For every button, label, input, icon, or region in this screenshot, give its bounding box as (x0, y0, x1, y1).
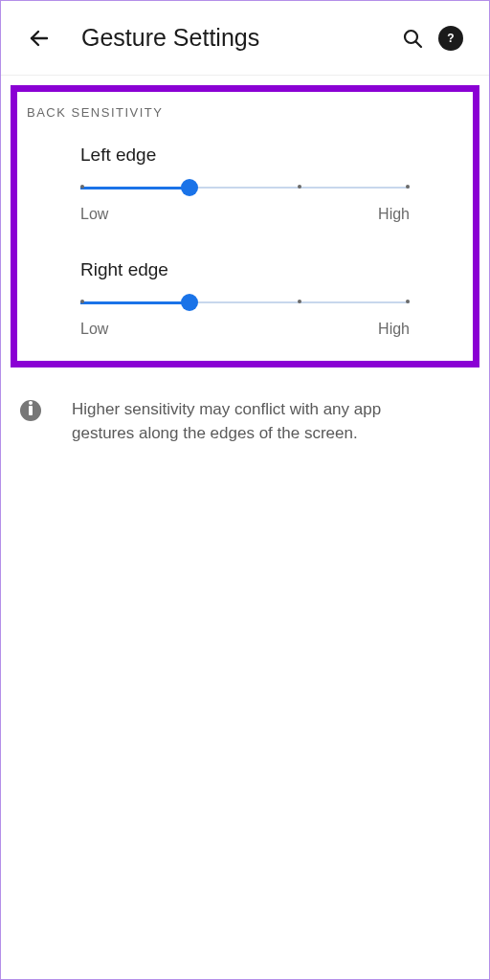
info-icon (20, 400, 41, 421)
right-edge-slider[interactable] (80, 294, 410, 311)
section-label: BACK SENSITIVITY (27, 105, 463, 120)
search-icon (401, 27, 424, 50)
svg-text:?: ? (447, 32, 454, 45)
sensitivity-note-text: Higher sensitivity may conflict with any… (72, 398, 470, 445)
right-edge-range-labels: Low High (80, 321, 410, 338)
page-title: Gesture Settings (81, 24, 393, 52)
right-edge-label: Right edge (80, 259, 410, 280)
right-edge-low-label: Low (80, 321, 108, 338)
search-button[interactable] (393, 19, 432, 57)
back-button[interactable] (20, 19, 58, 57)
left-edge-low-label: Low (80, 206, 108, 223)
right-edge-slider-thumb[interactable] (181, 294, 198, 311)
help-icon: ? (438, 26, 463, 51)
sensitivity-note: Higher sensitivity may conflict with any… (1, 377, 489, 445)
left-edge-slider-thumb[interactable] (181, 179, 198, 196)
top-bar: Gesture Settings ? (1, 1, 489, 76)
left-edge-range-labels: Low High (80, 206, 410, 223)
left-edge-high-label: High (378, 206, 410, 223)
help-button[interactable]: ? (432, 19, 470, 57)
left-edge-slider[interactable] (80, 179, 410, 196)
right-edge-high-label: High (378, 321, 410, 338)
left-edge-slider-block: Left edge Low High (27, 145, 463, 223)
back-arrow-icon (28, 27, 51, 50)
left-edge-label: Left edge (80, 145, 410, 166)
svg-line-2 (416, 41, 422, 47)
right-edge-slider-block: Right edge Low High (27, 259, 463, 338)
back-sensitivity-section: BACK SENSITIVITY Left edge Low High Righ… (11, 85, 479, 368)
